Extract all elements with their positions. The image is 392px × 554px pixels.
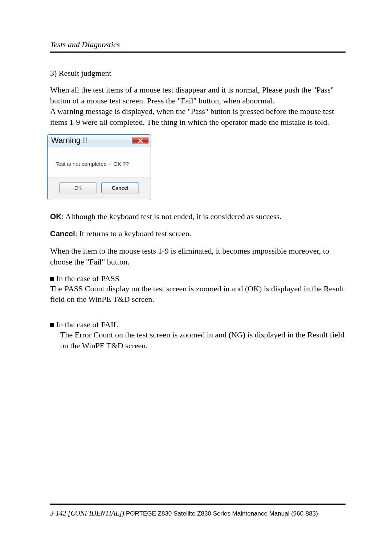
paragraph: A warning message is displayed, when the…: [50, 106, 346, 127]
section-heading: 3) Result judgment: [50, 69, 346, 78]
close-icon: [138, 136, 143, 145]
ok-description: OK: Although the keyboard test is not en…: [50, 211, 346, 222]
close-button[interactable]: [132, 137, 148, 144]
dialog-titlebar: Warning !!: [48, 135, 151, 147]
fail-heading: In the case of FAIL: [50, 320, 346, 329]
square-bullet-icon: [50, 323, 54, 327]
pass-heading-text: In the case of PASS: [56, 274, 119, 283]
footer-manual-title: PORTEGE Z830 Satellite Z830 Series Maint…: [126, 510, 318, 517]
dialog-title: Warning !!: [51, 136, 87, 145]
paragraph: When the item to the mouse tests 1-9 is …: [50, 246, 346, 267]
fail-heading-text: In the case of FAIL: [56, 320, 118, 329]
cancel-label: Cancel: [50, 229, 75, 238]
header-title: Tests and Diagnostics: [50, 40, 120, 49]
ok-desc-text: : Although the keyboard test is not ende…: [62, 212, 282, 221]
dialog-button-row: OK Cancel: [48, 177, 151, 200]
pass-paragraph: The PASS Count display on the test scree…: [50, 283, 346, 305]
warning-dialog-screenshot: Warning !! Test is not completed -- OK ?…: [47, 134, 346, 200]
ok-label: OK: [50, 212, 62, 221]
pass-heading: In the case of PASS: [50, 274, 346, 283]
cancel-description: Cancel: It returns to a keyboard test sc…: [50, 228, 346, 239]
page-header: Tests and Diagnostics: [50, 40, 346, 53]
dialog-message: Test is not completed -- OK ??: [48, 147, 151, 177]
paragraph: When all the test items of a mouse test …: [50, 85, 346, 106]
warning-dialog: Warning !! Test is not completed -- OK ?…: [47, 134, 151, 200]
fail-paragraph: The Error Count on the test screen is zo…: [50, 329, 346, 351]
cancel-button[interactable]: Cancel: [101, 182, 139, 193]
page-footer: 3-142 [CONFIDENTIAL]) PORTEGE Z830 Satel…: [50, 504, 346, 518]
cancel-desc-text: : It returns to a keyboard test screen.: [75, 229, 191, 238]
square-bullet-icon: [50, 277, 54, 281]
footer-page-label: 3-142 [CONFIDENTIAL]): [50, 509, 126, 517]
ok-button[interactable]: OK: [59, 182, 97, 193]
